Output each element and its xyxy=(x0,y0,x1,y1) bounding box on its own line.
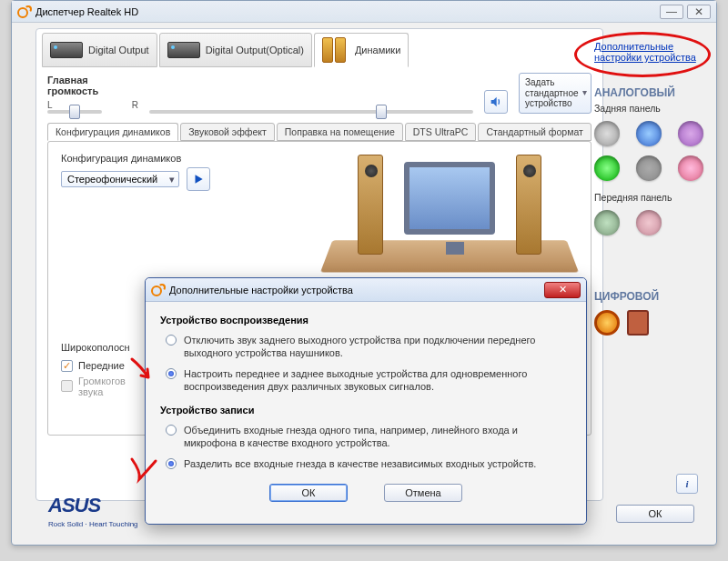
balance-left-label: L xyxy=(47,100,53,110)
titlebar: Диспетчер Realtek HD — ✕ xyxy=(12,1,716,23)
asus-logo: ASUS xyxy=(48,494,100,517)
subtab-default-format[interactable]: Стандартный формат xyxy=(478,123,591,141)
dialog-ok-button[interactable]: ОК xyxy=(269,484,348,502)
spdif-coax-icon[interactable] xyxy=(627,310,649,336)
jack-green[interactable] xyxy=(594,155,620,181)
fullrange-speakers-group: Широкополосн Передние Громкогов звука xyxy=(61,342,130,399)
mute-button[interactable] xyxy=(484,90,508,114)
jack-grey[interactable] xyxy=(594,121,620,146)
device-rack-icon xyxy=(167,42,200,58)
spdif-optical-icon[interactable] xyxy=(594,310,620,336)
radio-playback-mute-rear[interactable] xyxy=(166,335,177,346)
info-button[interactable]: i xyxy=(676,474,698,494)
device-rack-icon xyxy=(50,42,83,58)
jack-pink[interactable] xyxy=(678,155,703,181)
speaker-volume-icon xyxy=(151,284,164,296)
advanced-settings-link[interactable]: Дополнительные настройки устройства xyxy=(594,41,705,63)
radio-record-separate[interactable] xyxy=(166,458,177,469)
rear-panel-label: Задняя панель xyxy=(594,103,705,114)
jack-black[interactable] xyxy=(636,155,662,181)
tab-speakers[interactable]: Динамики xyxy=(314,33,409,67)
front-jacks xyxy=(594,210,705,235)
tab-label: Digital Output xyxy=(88,45,149,55)
checkbox-subwoofer-label: Громкогов звука xyxy=(78,376,126,397)
volume-slider[interactable] xyxy=(149,110,473,114)
master-volume-area: Главная громкость L R Задать стандартное… xyxy=(36,67,602,123)
right-panel: Дополнительные настройки устройства АНАЛ… xyxy=(594,28,705,336)
subtab-sound-effect[interactable]: Звуковой эффект xyxy=(180,123,275,141)
playback-group-title: Устройство воспроизведения xyxy=(160,315,571,326)
dialog-titlebar: Дополнительные настройки устройства ✕ xyxy=(146,278,586,302)
speaker-config-dropdown[interactable]: Стереофонический xyxy=(61,171,179,187)
subtab-speaker-config[interactable]: Конфигурация динамиков xyxy=(47,123,178,141)
device-tabs: Digital Output Digital Output(Optical) Д… xyxy=(36,29,602,67)
master-volume-title: Главная громкость xyxy=(47,75,138,96)
tab-label: Динамики xyxy=(355,45,400,55)
digital-title: ЦИФРОВОЙ xyxy=(594,290,705,303)
radio-record-combine[interactable] xyxy=(166,425,177,436)
window-title: Диспетчер Realtek HD xyxy=(35,6,138,17)
balance-slider[interactable] xyxy=(47,110,102,114)
radio-playback-multistream[interactable] xyxy=(166,368,177,379)
dialog-cancel-button[interactable]: Отмена xyxy=(384,484,462,502)
front-panel-label: Передняя панель xyxy=(594,192,705,203)
speaker-scene-illustration xyxy=(327,151,572,296)
jack-front-pink[interactable] xyxy=(636,210,662,235)
test-play-button[interactable] xyxy=(187,167,210,191)
tab-digital-output[interactable]: Digital Output xyxy=(42,33,157,67)
asus-tagline: Rock Solid · Heart Touching xyxy=(48,520,138,528)
checkbox-subwoofer xyxy=(61,380,73,392)
checkbox-front[interactable] xyxy=(61,360,73,372)
radio-playback-multistream-label: Настроить переднее и заднее выходные уст… xyxy=(184,367,571,394)
radio-record-combine-label: Объединить входные гнезда одного типа, н… xyxy=(184,424,571,450)
main-window: Диспетчер Realtek HD — ✕ Digital Output … xyxy=(11,0,717,546)
rear-jacks xyxy=(594,121,705,181)
jack-blue[interactable] xyxy=(636,121,662,146)
close-button[interactable]: ✕ xyxy=(687,5,711,19)
volume-icon xyxy=(489,95,503,109)
dialog-body: Устройство воспроизведения Отключить зву… xyxy=(146,302,586,511)
subtab-room-correction[interactable]: Поправка на помещение xyxy=(277,123,403,141)
jack-purple[interactable] xyxy=(678,121,703,146)
dialog-title: Дополнительные настройки устройства xyxy=(169,285,353,296)
dialog-close-button[interactable]: ✕ xyxy=(544,282,581,298)
checkbox-front-label: Передние xyxy=(78,360,125,371)
digital-outs xyxy=(594,310,705,336)
balance-right-label: R xyxy=(132,100,138,110)
subtab-dts[interactable]: DTS UltraPC xyxy=(405,123,477,141)
tab-digital-output-optical[interactable]: Digital Output(Optical) xyxy=(159,33,312,67)
analog-title: АНАЛОГОВЫЙ xyxy=(594,86,705,99)
speaker-volume-icon xyxy=(17,5,30,18)
fullrange-label: Широкополосн xyxy=(61,342,130,353)
radio-record-separate-label: Разделить все входные гнезда в качестве … xyxy=(184,457,536,470)
play-icon xyxy=(192,173,205,185)
record-group-title: Устройство записи xyxy=(160,405,571,416)
advanced-settings-dialog: Дополнительные настройки устройства ✕ Ус… xyxy=(145,277,587,525)
jack-front-green[interactable] xyxy=(594,210,620,235)
slider-thumb[interactable] xyxy=(69,105,80,119)
set-default-device-dropdown[interactable]: Задать стандартное устройство xyxy=(519,73,592,114)
radio-playback-mute-rear-label: Отключить звук заднего выходного устройс… xyxy=(184,334,571,360)
main-ok-button[interactable]: ОК xyxy=(616,505,694,523)
speakers-icon xyxy=(322,37,349,63)
slider-thumb[interactable] xyxy=(376,105,387,119)
sub-tabs: Конфигурация динамиков Звуковой эффект П… xyxy=(36,123,602,141)
minimize-button[interactable]: — xyxy=(660,5,683,19)
tab-label: Digital Output(Optical) xyxy=(206,45,304,55)
